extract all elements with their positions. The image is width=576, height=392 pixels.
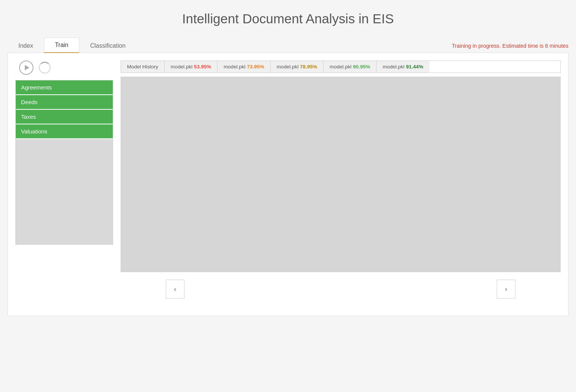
model-2-percent: 73.95%: [247, 64, 264, 70]
model-tab-1[interactable]: model.pkl 53.95%: [165, 61, 218, 73]
left-column: Agreements Deeds Taxes Valuations: [15, 61, 113, 298]
model-2-name: model.pkl: [224, 64, 247, 70]
spinner-icon: [39, 62, 51, 74]
category-item-agreements[interactable]: Agreements: [16, 80, 113, 95]
next-button[interactable]: ›: [497, 280, 516, 298]
model-4-name: model.pkl: [330, 64, 353, 70]
tab-classification[interactable]: Classification: [79, 38, 136, 53]
category-item-taxes[interactable]: Taxes: [16, 110, 113, 124]
training-status: Training in progress. Estimated time is …: [452, 43, 568, 53]
model-5-percent: 91.44%: [406, 64, 423, 70]
category-list: Agreements Deeds Taxes Valuations: [15, 80, 113, 245]
tabs-bar: Index Train Classification Training in p…: [8, 38, 568, 53]
tab-index[interactable]: Index: [8, 38, 44, 53]
model-tab-4[interactable]: model.pkl 90.95%: [324, 61, 376, 73]
play-button[interactable]: [19, 61, 33, 75]
category-item-valuations[interactable]: Valuations: [16, 124, 113, 139]
model-1-percent: 53.95%: [194, 64, 211, 70]
model-4-percent: 90.95%: [353, 64, 370, 70]
model-1-name: model.pkl: [171, 64, 194, 70]
nav-arrows: ‹ ›: [121, 280, 561, 298]
right-column: Model History model.pkl 53.95% model.pkl…: [121, 61, 561, 298]
model-5-name: model.pkl: [382, 64, 406, 70]
model-tab-5[interactable]: model.pkl 91.44%: [376, 61, 429, 73]
model-tab-history[interactable]: Model History: [121, 61, 165, 73]
main-panel: Agreements Deeds Taxes Valuations Model …: [8, 53, 568, 316]
model-3-percent: 78.95%: [300, 64, 317, 70]
category-item-deeds[interactable]: Deeds: [16, 95, 113, 110]
page-title: Intelligent Document Analysis in EIS: [8, 11, 568, 26]
model-tab-2[interactable]: model.pkl 73.95%: [218, 61, 271, 73]
category-empty-area: [16, 139, 113, 244]
model-tab-3[interactable]: model.pkl 78.95%: [271, 61, 324, 73]
model-content-area: [121, 77, 561, 272]
model-tabs-bar: Model History model.pkl 53.95% model.pkl…: [121, 61, 561, 73]
prev-button[interactable]: ‹: [166, 280, 184, 298]
controls-row: [15, 61, 113, 75]
model-3-name: model.pkl: [277, 64, 300, 70]
tab-train[interactable]: Train: [44, 38, 79, 53]
